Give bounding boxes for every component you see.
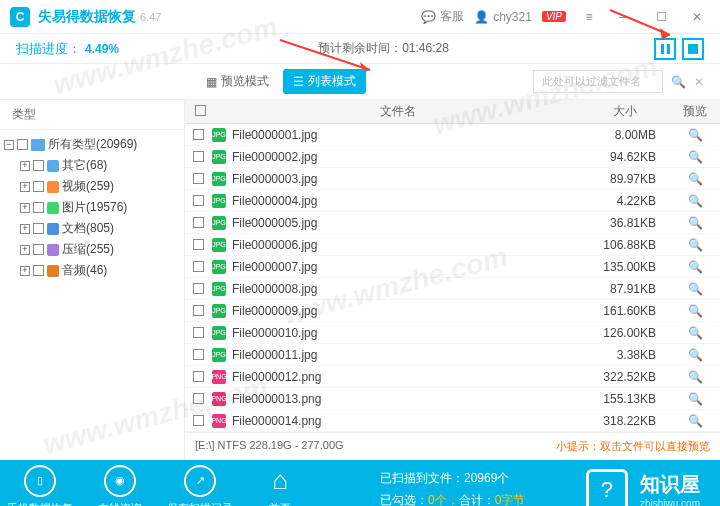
tree-category[interactable]: +视频(259) (4, 176, 180, 197)
preview-icon[interactable]: 🔍 (670, 150, 720, 164)
preview-mode-button[interactable]: ▦ 预览模式 (196, 69, 279, 94)
table-row[interactable]: JPGFile0000007.jpg135.00KB🔍 (185, 256, 720, 278)
close-icon[interactable]: ✕ (684, 4, 710, 30)
filename: File0000005.jpg (232, 216, 580, 230)
row-checkbox[interactable] (193, 393, 204, 404)
table-row[interactable]: JPGFile0000008.jpg87.91KB🔍 (185, 278, 720, 300)
checkbox[interactable] (33, 181, 44, 192)
expand-icon[interactable]: + (20, 161, 30, 171)
table-row[interactable]: JPGFile0000004.jpg4.22KB🔍 (185, 190, 720, 212)
preview-icon[interactable]: 🔍 (670, 128, 720, 142)
save-scan-button[interactable]: ↗保存扫描记录 (160, 465, 240, 507)
expand-icon[interactable]: + (20, 245, 30, 255)
table-row[interactable]: JPGFile0000005.jpg36.81KB🔍 (185, 212, 720, 234)
checkbox[interactable] (17, 139, 28, 150)
row-checkbox[interactable] (193, 217, 204, 228)
preview-icon[interactable]: 🔍 (670, 392, 720, 406)
customer-service-button[interactable]: 💬 客服 (421, 8, 464, 25)
expand-icon[interactable]: + (20, 203, 30, 213)
select-all-checkbox[interactable] (195, 105, 206, 116)
preview-icon[interactable]: 🔍 (670, 304, 720, 318)
preview-icon[interactable]: 🔍 (670, 348, 720, 362)
brand: ? 知识屋zhishiwu.com (586, 469, 720, 506)
online-chat-button[interactable]: ◉在线咨询 (80, 465, 160, 507)
category-icon (47, 202, 59, 214)
close-search-icon[interactable]: ✕ (694, 75, 704, 89)
col-filename[interactable]: 文件名 (215, 103, 580, 120)
file-list: 文件名 大小 预览 JPGFile0000001.jpg8.00MB🔍JPGFi… (185, 100, 720, 460)
table-row[interactable]: PNGFile0000012.png322.52KB🔍 (185, 366, 720, 388)
tree-category[interactable]: +压缩(255) (4, 239, 180, 260)
row-checkbox[interactable] (193, 371, 204, 382)
expand-icon[interactable]: + (20, 224, 30, 234)
filesize: 155.13KB (580, 392, 670, 406)
table-row[interactable]: JPGFile0000003.jpg89.97KB🔍 (185, 168, 720, 190)
checkbox[interactable] (33, 265, 44, 276)
preview-icon[interactable]: 🔍 (670, 414, 720, 428)
row-checkbox[interactable] (193, 195, 204, 206)
table-row[interactable]: PNGFile0000013.png155.13KB🔍 (185, 388, 720, 410)
home-button[interactable]: ⌂首页 (240, 465, 320, 507)
app-title: 失易得数据恢复 (38, 8, 136, 26)
pause-button[interactable] (654, 38, 676, 60)
filetype-icon: JPG (212, 260, 226, 274)
checkbox[interactable] (33, 160, 44, 171)
row-checkbox[interactable] (193, 305, 204, 316)
filename: File0000006.jpg (232, 238, 580, 252)
table-row[interactable]: JPGFile0000011.jpg3.38KB🔍 (185, 344, 720, 366)
preview-icon[interactable]: 🔍 (670, 238, 720, 252)
table-row[interactable]: JPGFile0000010.jpg126.00KB🔍 (185, 322, 720, 344)
phone-recovery-button[interactable]: ▯手机数据恢复 (0, 465, 80, 507)
row-checkbox[interactable] (193, 173, 204, 184)
checkbox[interactable] (33, 202, 44, 213)
col-preview[interactable]: 预览 (670, 103, 720, 120)
preview-icon[interactable]: 🔍 (670, 326, 720, 340)
filesize: 3.38KB (580, 348, 670, 362)
table-row[interactable]: JPGFile0000001.jpg8.00MB🔍 (185, 124, 720, 146)
checkbox[interactable] (33, 244, 44, 255)
preview-icon[interactable]: 🔍 (670, 260, 720, 274)
table-row[interactable]: PNGFile0000014.png318.22KB🔍 (185, 410, 720, 432)
search-input[interactable]: 此处可以过滤文件名 (533, 70, 663, 93)
table-body[interactable]: JPGFile0000001.jpg8.00MB🔍JPGFile0000002.… (185, 124, 720, 432)
collapse-icon[interactable]: − (4, 140, 14, 150)
menu-icon[interactable]: ≡ (576, 4, 602, 30)
preview-icon[interactable]: 🔍 (670, 216, 720, 230)
selected-label: 已勾选： (380, 493, 428, 506)
tree-category[interactable]: +图片(19576) (4, 197, 180, 218)
row-checkbox[interactable] (193, 261, 204, 272)
tree-root[interactable]: − 所有类型(20969) (4, 134, 180, 155)
row-checkbox[interactable] (193, 415, 204, 426)
preview-icon[interactable]: 🔍 (670, 282, 720, 296)
category-label: 压缩(255) (62, 241, 114, 258)
row-checkbox[interactable] (193, 239, 204, 250)
checkbox[interactable] (33, 223, 44, 234)
col-size[interactable]: 大小 (580, 103, 670, 120)
list-mode-button[interactable]: ☰ 列表模式 (283, 69, 366, 94)
table-row[interactable]: JPGFile0000002.jpg94.62KB🔍 (185, 146, 720, 168)
filetype-icon: JPG (212, 304, 226, 318)
user-menu[interactable]: 👤 chy321 (474, 10, 532, 24)
row-checkbox[interactable] (193, 349, 204, 360)
table-row[interactable]: JPGFile0000009.jpg161.60KB🔍 (185, 300, 720, 322)
tree-category[interactable]: +文档(805) (4, 218, 180, 239)
expand-icon[interactable]: + (20, 182, 30, 192)
sidebar-tab[interactable]: 类型 (0, 100, 184, 130)
filename: File0000010.jpg (232, 326, 580, 340)
filetype-icon: JPG (212, 128, 226, 142)
tree-category[interactable]: +音频(46) (4, 260, 180, 281)
maximize-icon[interactable]: ☐ (648, 4, 674, 30)
row-checkbox[interactable] (193, 327, 204, 338)
preview-icon[interactable]: 🔍 (670, 370, 720, 384)
preview-icon[interactable]: 🔍 (670, 194, 720, 208)
tree-category[interactable]: +其它(68) (4, 155, 180, 176)
search-icon[interactable]: 🔍 (671, 75, 686, 89)
expand-icon[interactable]: + (20, 266, 30, 276)
preview-icon[interactable]: 🔍 (670, 172, 720, 186)
row-checkbox[interactable] (193, 151, 204, 162)
stop-button[interactable] (682, 38, 704, 60)
row-checkbox[interactable] (193, 283, 204, 294)
table-row[interactable]: JPGFile0000006.jpg106.88KB🔍 (185, 234, 720, 256)
row-checkbox[interactable] (193, 129, 204, 140)
minimize-icon[interactable]: — (612, 4, 638, 30)
